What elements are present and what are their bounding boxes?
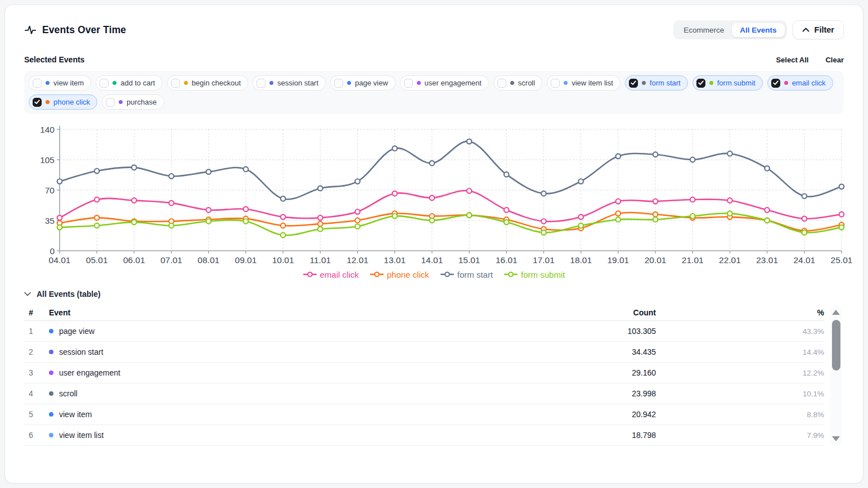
table-section-title: All Events (table) [37,290,101,299]
svg-text:09.01: 09.01 [235,255,257,265]
chip-label: view item [53,79,84,87]
event-chip-view-item-list[interactable]: view item list [547,75,620,91]
svg-text:17.01: 17.01 [533,255,555,265]
event-dot [49,412,53,417]
selected-events-header: Selected Events Select All Clear [24,55,844,64]
event-chip-user-engagement[interactable]: user engagement [400,75,489,91]
event-name: page view [59,327,95,336]
table-row-page-view[interactable]: 1page view103.30543.3% [24,321,824,342]
svg-text:23.01: 23.01 [756,255,778,265]
event-color-dot [46,81,50,85]
svg-text:14.01: 14.01 [421,255,443,265]
toggle-option-all-events[interactable]: All Events [732,23,784,37]
event-name: session start [59,347,104,356]
checkbox-unchecked [33,79,42,88]
svg-text:06.01: 06.01 [123,255,145,265]
svg-text:13.01: 13.01 [384,255,406,265]
legend-item-email-click[interactable]: email click [303,270,359,279]
svg-text:0: 0 [50,246,55,256]
toggle-option-ecommerce[interactable]: Ecommerce [676,23,732,37]
row-count: 103.305 [487,327,656,336]
row-rank: 1 [24,327,49,336]
svg-text:12.01: 12.01 [347,255,368,265]
clear-button[interactable]: Clear [825,56,844,64]
event-color-dot [709,81,713,85]
checkbox-checked [771,79,780,88]
legend-marker-icon [370,271,384,278]
event-color-dot [784,81,788,85]
table-row-view-item-list[interactable]: 6view item list18.7987.9% [24,425,824,446]
events-table: # Event Count % 1page view103.30543.3%2s… [24,304,824,446]
event-chip-session-start[interactable]: session start [253,75,326,91]
row-rank: 4 [24,389,49,398]
event-color-dot [184,81,188,85]
svg-text:19.01: 19.01 [607,255,629,265]
svg-text:05.01: 05.01 [86,255,108,265]
event-name: scroll [59,389,78,398]
legend-label: phone click [387,270,429,279]
legend-marker-icon [504,271,518,278]
row-count: 34.435 [487,347,656,356]
event-chip-view-item[interactable]: view item [29,75,91,91]
chip-label: form start [650,79,681,87]
legend-marker-icon [303,271,317,278]
table-row-user-engagement[interactable]: 3user engagement29.16012.2% [24,363,824,383]
scroll-thumb[interactable] [832,320,840,370]
row-rank: 2 [24,347,49,356]
select-all-button[interactable]: Select All [776,56,808,64]
col-percent: % [656,308,824,317]
events-over-time-card: Events Over Time Ecommerce All Events Fi… [5,4,863,484]
scroll-down-arrow[interactable] [832,436,840,441]
svg-text:25.01: 25.01 [831,255,853,265]
col-event: Event [49,308,487,317]
legend-item-form-start[interactable]: form start [440,270,493,279]
collapse-chevron-icon[interactable] [24,292,31,296]
table-row-session-start[interactable]: 2session start34.43514.4% [24,342,824,363]
svg-text:16.01: 16.01 [496,255,518,265]
svg-text:21.01: 21.01 [682,255,704,265]
event-dot [49,433,53,437]
chart-area: 0357010514004.0105.0106.0107.0108.0109.0… [24,124,844,281]
event-color-dot [510,81,514,85]
page-title: Events Over Time [42,24,126,36]
table-header-row: # Event Count % [24,304,824,321]
event-chip-scroll[interactable]: scroll [493,75,542,91]
row-event: session start [49,347,487,356]
checkbox-unchecked [551,79,560,88]
checkbox-unchecked [257,79,266,88]
event-chip-email-click[interactable]: email click [767,75,833,91]
row-event: view item [49,410,487,419]
checkbox-unchecked [334,79,343,88]
legend-item-form-submit[interactable]: form submit [504,270,565,279]
event-color-dot [347,81,351,85]
svg-text:10.01: 10.01 [272,255,294,265]
checkbox-unchecked [404,79,413,88]
row-count: 23.998 [487,389,656,398]
event-name: view item [59,410,92,419]
svg-text:18.01: 18.01 [570,255,592,265]
event-chip-purchase[interactable]: purchase [102,94,164,110]
scroll-up-arrow[interactable] [832,310,840,315]
chevron-up-icon [802,28,809,32]
filter-button[interactable]: Filter [793,20,844,39]
svg-text:04.01: 04.01 [49,255,71,265]
event-chip-form-submit[interactable]: form submit [692,75,763,91]
legend-label: email click [320,270,359,279]
chip-label: email click [792,79,826,87]
legend-label: form start [457,270,493,279]
chip-label: phone click [53,98,90,106]
event-chip-begin-checkout[interactable]: begin checkout [167,75,248,91]
event-chip-phone-click[interactable]: phone click [29,94,97,110]
row-event: scroll [49,389,487,398]
event-chip-form-start[interactable]: form start [625,75,688,91]
event-chip-page-view[interactable]: page view [330,75,395,91]
row-percent: 7.9% [656,431,824,440]
row-rank: 6 [24,431,49,440]
event-color-dot [642,81,646,85]
legend-item-phone-click[interactable]: phone click [370,270,429,279]
table-row-scroll[interactable]: 4scroll23.99810.1% [24,383,824,404]
event-chip-add-to-cart[interactable]: add to cart [96,75,162,91]
table-row-view-item[interactable]: 5view item20.9428.8% [24,404,824,425]
col-rank: # [24,308,49,317]
activity-icon [24,24,37,36]
